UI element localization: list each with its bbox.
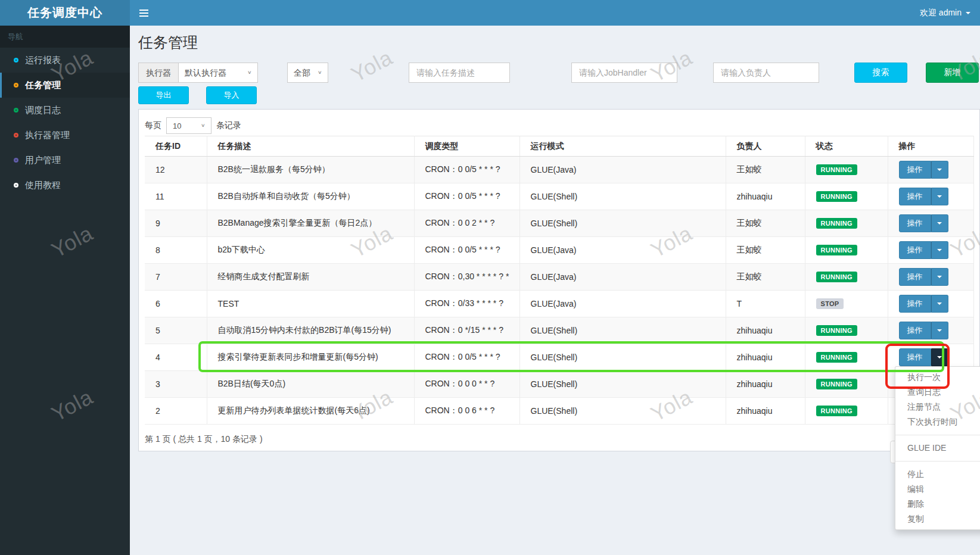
action-caret-button[interactable] xyxy=(931,322,948,339)
sidebar-item-label: 调度日志 xyxy=(25,105,61,116)
cell-job-desc: TEST xyxy=(207,291,414,317)
job-row: 6TESTCRON：0/33 * * * * ?GLUE(Java)TSTOP操… xyxy=(145,291,973,317)
job-handler-input[interactable] xyxy=(571,63,677,83)
sidebar-item-job-manage[interactable]: 任务管理 xyxy=(0,73,130,98)
job-row: 3B2B日结(每天0点)CRON：0 0 0 * * ?GLUE(Shell)z… xyxy=(145,371,973,398)
cell-job-desc: B2BManage搜索引擎全量更新（每日2点） xyxy=(207,210,414,237)
sidebar-item-label: 运行报表 xyxy=(25,55,61,66)
import-button[interactable]: 导入 xyxy=(206,86,257,104)
circle-icon xyxy=(14,83,18,88)
cell-job-id: 4 xyxy=(145,344,207,371)
per-page-prefix: 每页 xyxy=(145,120,161,131)
cell-actions: 操作 xyxy=(888,183,973,210)
action-button[interactable]: 操作 xyxy=(899,295,931,313)
action-caret-button[interactable] xyxy=(931,161,948,179)
cell-schedule: CRON：0,30 * * * * ? * xyxy=(414,264,519,291)
cell-status: RUNNING xyxy=(805,183,888,210)
action-button[interactable]: 操作 xyxy=(899,348,931,366)
menu-divider xyxy=(895,461,980,462)
status-filter-select[interactable]: 全部 xyxy=(288,63,328,82)
cell-job-id: 12 xyxy=(145,157,207,183)
menu-item-query-log[interactable]: 查询日志 xyxy=(895,385,980,400)
pagination-summary: 第 1 页 ( 总共 1 页，10 条记录 ) xyxy=(145,434,263,445)
action-button[interactable]: 操作 xyxy=(899,268,931,286)
sidebar: 导航 运行报表任务管理调度日志执行器管理用户管理使用教程 xyxy=(0,26,130,555)
action-caret-button[interactable] xyxy=(931,241,948,259)
cell-job-id: 9 xyxy=(145,210,207,237)
cell-job-id: 8 xyxy=(145,237,207,264)
sidebar-item-executor-manage[interactable]: 执行器管理 xyxy=(0,123,130,148)
sidebar-toggle-button[interactable] xyxy=(130,0,157,26)
menu-item-next-trigger-time[interactable]: 下次执行时间 xyxy=(895,414,980,429)
search-button[interactable]: 搜索 xyxy=(854,63,907,83)
user-menu[interactable]: 欢迎 admin xyxy=(920,0,970,26)
cell-actions: 操作 xyxy=(888,264,973,291)
add-job-button[interactable]: 新增 xyxy=(926,63,979,83)
action-split-button: 操作 xyxy=(899,322,948,339)
cell-run-mode: GLUE(Java) xyxy=(519,264,726,291)
column-header: 任务ID xyxy=(145,136,207,157)
cell-job-id: 2 xyxy=(145,398,207,425)
menu-item-copy[interactable]: 复制 xyxy=(895,512,980,526)
cell-status: RUNNING xyxy=(805,157,888,183)
cell-owner: 王如蛟 xyxy=(726,264,805,291)
action-split-button: 操作 xyxy=(899,268,948,286)
cell-actions: 操作 xyxy=(888,157,973,183)
action-split-button: 操作 xyxy=(899,161,948,179)
action-caret-button[interactable] xyxy=(931,188,948,205)
menu-item-run-once[interactable]: 执行一次 xyxy=(895,370,980,385)
cell-actions: 操作 xyxy=(888,317,973,344)
action-button[interactable]: 操作 xyxy=(899,214,931,232)
cell-job-desc: B2B统一退款服务（每5分钟） xyxy=(207,157,414,183)
cell-actions: 操作 xyxy=(888,291,973,317)
menu-item-delete[interactable]: 删除 xyxy=(895,497,980,512)
cell-schedule: CRON：0 0/5 * * * ? xyxy=(414,157,519,183)
menu-divider xyxy=(895,435,980,435)
cell-schedule: CRON：0 0 0 * * ? xyxy=(414,371,519,398)
caret-down-icon xyxy=(937,329,942,332)
sidebar-item-run-report[interactable]: 运行报表 xyxy=(0,48,130,73)
cell-run-mode: GLUE(Shell) xyxy=(519,210,726,237)
cell-status: RUNNING xyxy=(805,210,888,237)
job-row: 11B2B自动拆单和自动收货（每5分钟）CRON：0 0/5 * * * ?GL… xyxy=(145,183,973,210)
cell-schedule: CRON：0 0 6 * * ? xyxy=(414,398,519,425)
cell-job-id: 3 xyxy=(145,371,207,398)
cell-owner: 王如蛟 xyxy=(726,237,805,264)
sidebar-item-help[interactable]: 使用教程 xyxy=(0,173,130,198)
action-button[interactable]: 操作 xyxy=(899,241,931,259)
status-filter-wrap: 全部 xyxy=(287,63,328,83)
action-button[interactable]: 操作 xyxy=(899,322,931,339)
action-button[interactable]: 操作 xyxy=(899,188,931,205)
action-button[interactable]: 操作 xyxy=(899,161,931,179)
executor-label: 执行器 xyxy=(138,63,178,83)
sidebar-item-user-manage[interactable]: 用户管理 xyxy=(0,148,130,173)
action-split-button: 操作 xyxy=(899,348,948,366)
job-desc-input[interactable] xyxy=(409,63,510,83)
executor-select[interactable]: 默认执行器 xyxy=(179,63,257,82)
owner-input[interactable] xyxy=(713,63,819,83)
action-caret-button[interactable] xyxy=(931,268,948,286)
cell-run-mode: GLUE(Shell) xyxy=(519,398,726,425)
action-split-button: 操作 xyxy=(899,214,948,232)
cell-job-id: 5 xyxy=(145,317,207,344)
action-split-button: 操作 xyxy=(899,295,948,313)
column-header: 负责人 xyxy=(726,136,805,157)
cell-owner: zhihuaqiu xyxy=(726,183,805,210)
column-header: 状态 xyxy=(805,136,888,157)
job-row: 7经销商生成支付配置刷新CRON：0,30 * * * * ? *GLUE(Ja… xyxy=(145,264,973,291)
status-badge: RUNNING xyxy=(816,272,857,282)
per-page-select[interactable]: 10 xyxy=(167,118,211,133)
menu-item-edit[interactable]: 编辑 xyxy=(895,482,980,497)
sidebar-item-job-log[interactable]: 调度日志 xyxy=(0,98,130,123)
menu-item-registry-nodes[interactable]: 注册节点 xyxy=(895,400,980,414)
menu-item-stop[interactable]: 停止 xyxy=(895,467,980,482)
export-button[interactable]: 导出 xyxy=(138,86,189,104)
action-caret-button[interactable] xyxy=(931,348,948,366)
cell-run-mode: GLUE(Shell) xyxy=(519,344,726,371)
menu-item-glue-ide[interactable]: GLUE IDE xyxy=(895,441,980,456)
cell-run-mode: GLUE(Java) xyxy=(519,291,726,317)
circle-icon xyxy=(14,108,18,113)
action-caret-button[interactable] xyxy=(931,214,948,232)
action-caret-button[interactable] xyxy=(931,295,948,313)
cell-run-mode: GLUE(Shell) xyxy=(519,371,726,398)
